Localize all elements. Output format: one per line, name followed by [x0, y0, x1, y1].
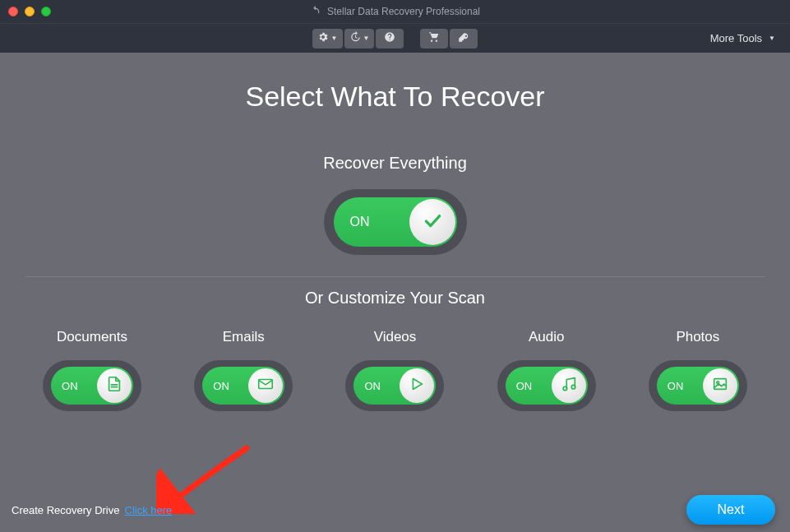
document-icon: [105, 375, 123, 396]
question-icon: [384, 31, 395, 45]
music-icon: [560, 375, 578, 396]
svg-point-5: [571, 385, 575, 389]
customize-scan-label: Or Customize Your Scan: [305, 289, 485, 308]
emails-toggle[interactable]: ON: [202, 367, 284, 405]
chevron-down-icon: ▼: [769, 35, 775, 42]
window-maximize-button[interactable]: [41, 7, 51, 16]
divider: [25, 276, 765, 277]
chevron-down-icon: ▼: [331, 35, 338, 42]
play-icon: [408, 375, 426, 396]
toggle-state-label: ON: [668, 380, 684, 392]
toggle-knob: [409, 199, 455, 245]
svg-point-7: [717, 382, 719, 384]
back-icon: [310, 5, 321, 18]
category-label: Documents: [57, 329, 127, 345]
buy-button[interactable]: [420, 29, 448, 49]
toggle-state-label: ON: [62, 380, 78, 392]
recover-everything-toggle[interactable]: ON: [334, 197, 457, 247]
settings-button[interactable]: ▼: [312, 29, 343, 49]
window-minimize-button[interactable]: [25, 7, 35, 16]
next-button[interactable]: Next: [686, 495, 775, 525]
svg-point-4: [563, 386, 567, 391]
category-photos: Photos ON: [649, 329, 747, 411]
more-tools-label: More Tools: [710, 32, 762, 44]
app-title: Stellar Data Recovery Professional: [327, 6, 480, 17]
window-close-button[interactable]: [8, 7, 18, 16]
toggle-state-label: ON: [516, 380, 533, 392]
create-recovery-drive-label: Create Recovery Drive: [12, 504, 120, 516]
titlebar: Stellar Data Recovery Professional: [0, 0, 790, 23]
documents-toggle[interactable]: ON: [51, 367, 133, 405]
key-icon: [458, 31, 469, 45]
category-emails: Emails ON: [194, 329, 293, 411]
toggle-knob: [248, 368, 283, 403]
audio-toggle[interactable]: ON: [506, 367, 588, 405]
category-label: Emails: [223, 329, 265, 345]
toggle-state-label: ON: [213, 380, 229, 392]
more-tools-menu[interactable]: More Tools ▼: [710, 32, 775, 44]
image-icon: [711, 375, 729, 396]
videos-toggle[interactable]: ON: [353, 367, 436, 405]
category-audio: Audio ON: [497, 329, 596, 411]
check-icon: [422, 210, 443, 234]
photos-toggle[interactable]: ON: [657, 367, 739, 405]
activate-button[interactable]: [450, 29, 478, 49]
email-icon: [256, 375, 275, 396]
help-button[interactable]: [376, 29, 404, 49]
chevron-down-icon: ▼: [363, 35, 370, 42]
toggle-knob: [552, 368, 586, 403]
toggle-knob: [703, 368, 737, 403]
category-videos: Videos ON: [345, 329, 444, 411]
toggle-state-label: ON: [364, 380, 381, 392]
svg-marker-3: [413, 379, 423, 390]
gear-icon: [317, 31, 329, 45]
toggle-knob: [97, 368, 132, 403]
history-button[interactable]: ▼: [344, 29, 375, 49]
recover-everything-toggle-container: ON: [324, 189, 467, 255]
page-title: Select What To Recover: [245, 81, 544, 113]
toolbar: ▼ ▼: [0, 23, 790, 53]
toggle-knob: [400, 368, 434, 403]
category-label: Photos: [676, 329, 719, 345]
category-label: Audio: [529, 329, 564, 345]
create-recovery-drive-link[interactable]: Click here: [125, 504, 173, 516]
toggle-state-label: ON: [350, 215, 370, 229]
cart-icon: [428, 31, 440, 45]
recover-everything-label: Recover Everything: [323, 154, 467, 173]
category-label: Videos: [374, 329, 417, 345]
history-icon: [349, 31, 361, 45]
category-documents: Documents ON: [43, 329, 141, 411]
